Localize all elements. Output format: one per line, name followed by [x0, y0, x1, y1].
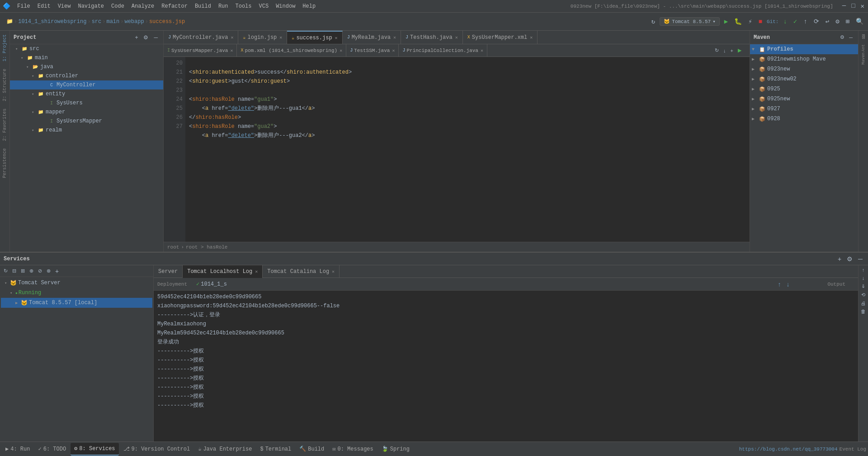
close-icon-testhash[interactable]: ✕	[455, 35, 458, 40]
settings-icon[interactable]: ⚙	[834, 17, 841, 26]
tree-sysusers[interactable]: I SysUsers	[10, 99, 163, 108]
close-localhost-tab[interactable]: ✕	[255, 269, 258, 274]
menu-refactor[interactable]: Refactor	[158, 2, 191, 10]
tree-realm[interactable]: ▾ 📁 realm	[10, 126, 163, 135]
log-tab-catalina[interactable]: Tomcat Catalina Log ✕	[263, 265, 340, 278]
maximize-button[interactable]: □	[849, 1, 857, 11]
menu-window[interactable]: Window	[272, 2, 299, 10]
play-icon[interactable]: ▶	[736, 47, 743, 54]
refresh-services-icon[interactable]: ↻	[2, 267, 9, 275]
structure-tab[interactable]: 2: Structure	[1, 65, 8, 105]
deploy-icon-1[interactable]: ↑	[776, 280, 783, 289]
run-config-selector[interactable]: 🐱 Tomcat 8.5.57 ▾	[660, 17, 719, 26]
minimize-panel-icon[interactable]: ─	[152, 33, 160, 42]
serv-tomcat-local[interactable]: ▶ 🐱 Tomcat 8.5.57 [local]	[1, 298, 152, 308]
tab2-pom[interactable]: X pom.xml (1014_1_shirowebspring) ✕	[237, 44, 346, 57]
breadcrumb-src[interactable]: src	[92, 19, 102, 25]
serv-tomcat-server[interactable]: ▾ 🐱 Tomcat Server	[1, 278, 152, 288]
bottom-tab-run[interactable]: ▶ 4: Run	[2, 443, 33, 456]
menu-help[interactable]: Help	[299, 2, 319, 10]
sync-icon[interactable]: ↻	[650, 17, 657, 26]
close-icon-myrealm[interactable]: ✕	[393, 35, 396, 40]
maven-item-0925[interactable]: ▶ 📦 0925	[750, 84, 858, 94]
sort-icon[interactable]: ⊗	[45, 267, 52, 275]
menu-run[interactable]: Run	[215, 2, 232, 10]
layout-icon[interactable]: ⊞	[844, 17, 851, 26]
menu-code[interactable]: Code	[108, 2, 128, 10]
menu-vcs[interactable]: VCS	[255, 2, 273, 10]
tree-sysusersmapper[interactable]: I SysUsersMapper	[10, 117, 163, 126]
gear-icon[interactable]: ⚙	[142, 33, 150, 42]
close-icon-sm[interactable]: ✕	[230, 48, 233, 53]
bottom-tab-build[interactable]: 🔨 Build	[296, 443, 328, 456]
close-button[interactable]: ✕	[859, 1, 866, 11]
tab-testhash[interactable]: J TestHash.java ✕	[401, 31, 463, 44]
breadcrumb-webapp[interactable]: webapp	[124, 19, 144, 25]
git-history-icon[interactable]: ⟳	[812, 17, 821, 26]
print-icon[interactable]: 🖨	[859, 300, 868, 307]
bottom-tab-todo[interactable]: ✓ 6: TODO	[34, 443, 70, 456]
maven-item-0925new[interactable]: ▶ 📦 0925new	[750, 94, 858, 104]
coverage-button[interactable]: ⚡	[746, 17, 754, 26]
serv-running[interactable]: ▾ ● Running	[1, 288, 152, 298]
scroll-up-icon[interactable]: ↑	[860, 266, 867, 273]
tab-myrealm[interactable]: J MyRealm.java ✕	[343, 31, 401, 44]
menu-tools[interactable]: Tools	[232, 2, 255, 10]
maven-item-0923[interactable]: ▶ 📦 0923new	[750, 64, 858, 74]
breadcrumb-file[interactable]: success.jsp	[149, 19, 185, 25]
log-tab-server[interactable]: Server	[154, 265, 183, 278]
close-icon-pc[interactable]: ✕	[481, 48, 483, 53]
add-service-icon[interactable]: +	[53, 267, 61, 276]
stop-button[interactable]: ■	[757, 17, 764, 26]
code-lines[interactable]: <shiro:authenticated>success</shiro:auth…	[185, 57, 750, 242]
git-push-icon[interactable]: ↑	[802, 17, 809, 26]
close-icon-success[interactable]: ✕	[335, 35, 338, 41]
log-tab-localhost[interactable]: Tomcat Localhost Log ✕	[183, 265, 263, 278]
maven-profiles[interactable]: ▼ 📋 Profiles	[750, 44, 858, 54]
maven-side-icon[interactable]: Maven	[859, 54, 868, 63]
clear-icon[interactable]: 🗑	[859, 308, 868, 315]
download-icon[interactable]: ↓	[722, 47, 728, 54]
close-icon-ts[interactable]: ✕	[392, 48, 395, 53]
bottom-tab-services[interactable]: ⚙ 8: Services	[71, 443, 118, 456]
scroll-bottom-icon[interactable]: ⇓	[859, 282, 867, 290]
new-file-icon[interactable]: +	[133, 33, 140, 42]
tab-success[interactable]: ☕ success.jsp ✕	[287, 31, 342, 44]
maven-item-0928[interactable]: ▶ 📦 0928	[750, 114, 858, 124]
close-icon-mycontroller[interactable]: ✕	[231, 35, 233, 40]
services-minimize-icon[interactable]: ─	[856, 254, 864, 263]
tree-mapper[interactable]: ▾ 📁 mapper	[10, 108, 163, 117]
tab-sysusermapper[interactable]: X SysUserMapper.xml ✕	[463, 31, 538, 44]
services-add-icon[interactable]: +	[836, 254, 843, 263]
wrap-icon[interactable]: ⟲	[859, 291, 867, 299]
tree-entity[interactable]: ▾ 📁 entity	[10, 89, 163, 99]
project-tab[interactable]: 1: Project	[1, 31, 8, 65]
menu-analyze[interactable]: Analyze	[128, 2, 158, 10]
menu-file[interactable]: File	[14, 2, 34, 10]
tab-mycontroller[interactable]: J MyController.java ✕	[164, 31, 238, 44]
close-icon-sysusermapper[interactable]: ✕	[530, 35, 533, 40]
filter-icon[interactable]: ⊘	[36, 267, 44, 275]
maven-settings-icon[interactable]: ⚙	[838, 33, 846, 41]
refresh-icon[interactable]: ↻	[713, 47, 721, 54]
deploy-icon-2[interactable]: ↓	[784, 280, 791, 289]
bottom-tab-vcs[interactable]: ⎇ 9: Version Control	[120, 443, 194, 456]
collapse-all-icon[interactable]: ⊟	[10, 267, 18, 275]
tree-main[interactable]: ▾ 📁 main	[10, 53, 163, 62]
maven-item-0921[interactable]: ▶ 📦 0921newmishop Mave	[750, 54, 858, 64]
search-icon[interactable]: 🔍	[854, 17, 865, 26]
close-catalina-tab[interactable]: ✕	[332, 269, 335, 274]
menu-build[interactable]: Build	[191, 2, 215, 10]
breadcrumb-main[interactable]: main	[106, 19, 119, 25]
close-icon-pom[interactable]: ✕	[340, 48, 342, 53]
run-button[interactable]: ▶	[722, 17, 730, 26]
breadcrumb-project[interactable]: 📁	[6, 18, 13, 25]
debug-button[interactable]: 🐛	[732, 17, 744, 26]
tree-java[interactable]: ▾ 📂 java	[10, 62, 163, 71]
tab2-testssm[interactable]: J TestSSM.java ✕	[346, 44, 399, 57]
git-revert-icon[interactable]: ↩	[824, 17, 831, 26]
group-icon[interactable]: ⊕	[28, 267, 35, 275]
maven-item-0923new02[interactable]: ▶ 📦 0923new02	[750, 74, 858, 84]
tab2-sysusersmapper[interactable]: I SysUsersMapper.java ✕	[164, 44, 237, 57]
persistence-tab[interactable]: Persistence	[1, 145, 8, 182]
